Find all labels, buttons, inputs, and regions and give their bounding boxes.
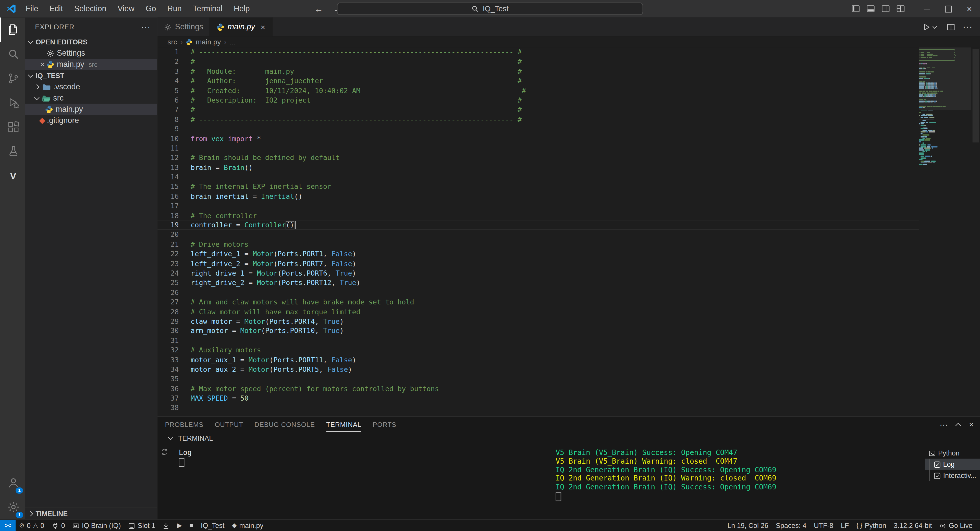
code-line-3[interactable]: 3# Module: main.py # xyxy=(158,67,919,76)
open-editor-settings[interactable]: Settings xyxy=(25,48,157,59)
close-button[interactable]: × xyxy=(959,0,980,17)
code-line-35[interactable]: 35 xyxy=(158,375,919,384)
close-editor-icon[interactable]: × xyxy=(39,60,46,68)
panel-close-button[interactable]: × xyxy=(969,420,974,429)
back-button[interactable]: ← xyxy=(312,4,325,14)
menu-selection[interactable]: Selection xyxy=(68,3,112,15)
explorer-more-button[interactable]: ··· xyxy=(141,22,151,31)
code-line-13[interactable]: 13brain = Brain() xyxy=(158,163,919,172)
code-line-29[interactable]: 29claw_motor = Motor(Ports.PORT4, True) xyxy=(158,317,919,326)
toggle-sidebar-icon[interactable] xyxy=(851,4,860,13)
open-editors-header[interactable]: OPEN EDITORS xyxy=(25,36,157,48)
panel-tab-terminal[interactable]: TERMINAL xyxy=(326,417,361,432)
status-go-live[interactable]: Go Live xyxy=(935,520,976,531)
activity-accounts[interactable]: 1 xyxy=(0,471,25,495)
activity-source-control[interactable] xyxy=(0,66,25,91)
open-editor-main-py[interactable]: ×main.pysrc xyxy=(25,59,157,70)
code-line-26[interactable]: 26 xyxy=(158,288,919,297)
code-line-15[interactable]: 15# The internal EXP inertial sensor xyxy=(158,182,919,192)
code-line-5[interactable]: 5# Created: 10/11/2024, 10:40:02 AM # xyxy=(158,86,919,96)
terminal-instance-python[interactable]: Python xyxy=(925,447,980,458)
code-line-34[interactable]: 34motor_aux_2 = Motor(Ports.PORT5, False… xyxy=(158,365,919,375)
code-line-19[interactable]: 19controller = Controller() xyxy=(158,221,919,231)
panel-more-button[interactable]: ··· xyxy=(940,420,948,429)
code-line-30[interactable]: 30arm_motor = Motor(Ports.PORT10, True) xyxy=(158,326,919,336)
status-run[interactable]: ▶ xyxy=(173,520,186,531)
activity-extensions[interactable] xyxy=(0,115,25,140)
run-python-file-button[interactable] xyxy=(923,23,939,31)
menu-file[interactable]: File xyxy=(20,3,44,15)
menu-run[interactable]: Run xyxy=(162,3,187,15)
breadcrumb-item-file[interactable]: main.py xyxy=(196,38,221,45)
code-line-32[interactable]: 32# Auxilary motors xyxy=(158,346,919,355)
activity-testing[interactable] xyxy=(0,139,25,164)
split-editor-icon[interactable] xyxy=(947,23,955,31)
code-line-28[interactable]: 28# Claw motor will have max torque limi… xyxy=(158,307,919,317)
status-slot[interactable]: Slot 1 xyxy=(124,520,159,531)
code-line-8[interactable]: 8# -------------------------------------… xyxy=(158,115,919,124)
code-line-11[interactable]: 11 xyxy=(158,144,919,153)
code-line-4[interactable]: 4# Author: jenna_juechter # xyxy=(158,76,919,86)
menu-help[interactable]: Help xyxy=(228,3,256,15)
activity-search[interactable] xyxy=(0,42,25,66)
workspace-header[interactable]: IQ_TEST xyxy=(25,70,157,81)
code-line-23[interactable]: 23left_drive_2 = Motor(Ports.PORT7, Fals… xyxy=(158,259,919,269)
status-language[interactable]: { }Python xyxy=(853,520,890,531)
status-python-version[interactable]: 3.12.2 64-bit xyxy=(890,520,935,531)
toggle-secondary-sidebar-icon[interactable] xyxy=(881,4,890,13)
panel-tab-ports[interactable]: PORTS xyxy=(372,417,396,432)
panel-tab-debug-console[interactable]: DEBUG CONSOLE xyxy=(255,417,315,432)
terminal-section-chevron-icon[interactable] xyxy=(168,435,173,440)
status-file[interactable]: ◆main.py xyxy=(228,520,267,531)
code-line-1[interactable]: 1# -------------------------------------… xyxy=(158,48,919,57)
code-line-14[interactable]: 14 xyxy=(158,172,919,182)
status-download[interactable] xyxy=(159,520,173,531)
code-line-16[interactable]: 16brain_inertial = Inertial() xyxy=(158,192,919,201)
timeline-header[interactable]: TIMELINE xyxy=(25,507,157,520)
code-line-10[interactable]: 10from vex import * xyxy=(158,134,919,144)
activity-settings[interactable]: 1 xyxy=(0,495,25,520)
code-line-25[interactable]: 25right_drive_2 = Motor(Ports.PORT12, Tr… xyxy=(158,278,919,288)
activity-vex[interactable]: V xyxy=(0,164,25,188)
status-encoding[interactable]: UTF-8 xyxy=(810,520,837,531)
close-tab-icon[interactable]: × xyxy=(261,22,266,32)
status-brain[interactable]: IQ Brain (IQ) xyxy=(68,520,124,531)
terminal-pane-output[interactable]: V5 Brain (V5_Brain) Success: Opening COM… xyxy=(543,444,925,519)
code-line-33[interactable]: 33motor_aux_1 = Motor(Ports.PORT11, Fals… xyxy=(158,355,919,365)
code-line-18[interactable]: 18# The controller xyxy=(158,211,919,221)
minimap[interactable] xyxy=(919,48,971,416)
tab-main-py[interactable]: main.py × xyxy=(210,17,272,36)
tree-item-vscode[interactable]: .vscode xyxy=(25,81,157,92)
panel-maximize-button[interactable] xyxy=(956,420,960,429)
toggle-panel-icon[interactable] xyxy=(866,4,875,13)
code-line-20[interactable]: 20 xyxy=(158,230,919,240)
panel-tab-output[interactable]: OUTPUT xyxy=(215,417,243,432)
tab-settings[interactable]: Settings xyxy=(158,17,210,36)
code-line-27[interactable]: 27# Arm and claw motors will have brake … xyxy=(158,297,919,307)
command-center-search[interactable]: IQ_Test xyxy=(337,3,643,15)
breadcrumb-item-src[interactable]: src xyxy=(167,38,177,45)
code-line-2[interactable]: 2# # xyxy=(158,57,919,67)
status-remote[interactable]: >< xyxy=(0,520,15,531)
status-indentation[interactable]: Spaces: 4 xyxy=(772,520,810,531)
minimap-slider[interactable] xyxy=(919,48,971,110)
code-line-6[interactable]: 6# Description: IQ2 project # xyxy=(158,96,919,105)
code-line-9[interactable]: 9 xyxy=(158,124,919,134)
status-project[interactable]: IQ_Test xyxy=(197,520,228,531)
code-line-12[interactable]: 12# Brain should be defined by default xyxy=(158,153,919,163)
code-line-37[interactable]: 37MAX_SPEED = 50 xyxy=(158,394,919,404)
tree-item-main-py[interactable]: main.py xyxy=(25,104,157,115)
code-line-7[interactable]: 7# # xyxy=(158,105,919,115)
editor-more-button[interactable]: ··· xyxy=(963,21,972,32)
panel-tab-problems[interactable]: PROBLEMS xyxy=(165,417,204,432)
menu-go[interactable]: Go xyxy=(140,3,162,15)
menu-edit[interactable]: Edit xyxy=(44,3,68,15)
customize-layout-icon[interactable] xyxy=(896,4,905,13)
editor-scrollbar[interactable] xyxy=(971,48,980,416)
terminal-pane-log[interactable]: Log xyxy=(158,444,543,519)
minimize-button[interactable] xyxy=(916,0,937,17)
breadcrumb-item-symbol[interactable]: ... xyxy=(230,38,235,45)
status-eol[interactable]: LF xyxy=(837,520,853,531)
status-cursor-position[interactable]: Ln 19, Col 26 xyxy=(724,520,772,531)
status-problems[interactable]: ⊘0△0 xyxy=(15,520,48,531)
